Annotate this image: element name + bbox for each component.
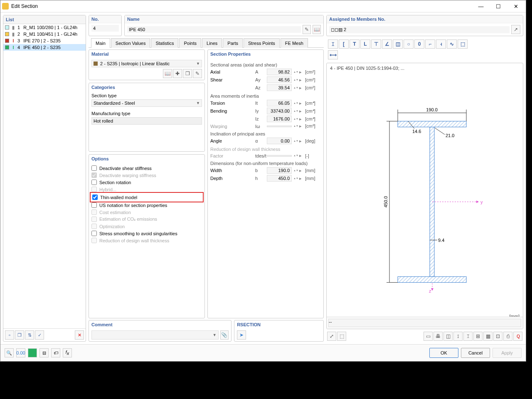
pv-tool-6[interactable]: ⟟	[453, 332, 463, 341]
list-item[interactable]: I 4IPE 450 | 2 - S235	[3, 44, 86, 51]
list-item[interactable]: ▮ 1R_M1 100/280 | 1 - GL24h	[3, 24, 86, 31]
tab-fe-mesh[interactable]: FE Mesh	[281, 38, 308, 48]
check-icon[interactable]: ✓	[35, 330, 44, 340]
tab-parts[interactable]: Parts	[223, 38, 243, 48]
color-icon[interactable]	[28, 348, 37, 357]
library-icon[interactable]: 📖	[313, 25, 321, 34]
prop-value[interactable]: 1676.00	[267, 116, 292, 122]
tabs: MainSection ValuesStatisticsPointsLinesP…	[89, 38, 324, 48]
pv-tool-reset[interactable]: Ｑ	[513, 332, 522, 341]
comment-input[interactable]: ▼	[91, 330, 219, 340]
material-copy-icon[interactable]: ❐	[183, 69, 192, 78]
app-icon	[2, 3, 9, 10]
list-item[interactable]: ▮ 2R_M1 100/451 | 1 - GL24h	[3, 31, 86, 37]
new-icon[interactable]: ▫	[5, 330, 14, 340]
pv-tool-9[interactable]: ▦	[483, 332, 493, 341]
option-us-notation-for-section-properties[interactable]: US notation for section properties	[91, 202, 202, 209]
shape-icon-4[interactable]: ⊤	[371, 39, 381, 49]
close-button[interactable]: ✕	[507, 1, 524, 12]
tab-stress-points[interactable]: Stress Points	[244, 38, 280, 48]
pv-tool-2[interactable]: ⬚	[337, 332, 346, 341]
minimize-button[interactable]: —	[473, 1, 489, 12]
pv-tool-3[interactable]: ▭	[424, 332, 433, 341]
apply-button[interactable]: Apply	[493, 348, 522, 358]
assigned-value[interactable]: ◻◻▨ 2	[329, 26, 510, 33]
material-select[interactable]: 2 - S235 | Isotropic | Linear Elastic ▼	[91, 60, 202, 67]
edit-section-window: Edit Section — ☐ ✕ List ▮ 1R_M1 100/280 …	[0, 0, 526, 362]
pv-tool-1[interactable]: ⤢	[327, 332, 336, 341]
fx-icon[interactable]: fx	[63, 348, 72, 357]
shape-icon-8[interactable]: 0	[414, 39, 424, 49]
prop-row: ShearAy 46.56 ▲▼▸[cm²]	[210, 76, 321, 83]
shape-icon-10[interactable]: ⫞	[436, 39, 446, 49]
prop-value[interactable]: 39.54	[267, 84, 292, 91]
option-stress-smoothing-to-avoid-singularities[interactable]: Stress smoothing to avoid singularities	[91, 230, 202, 237]
list-item[interactable]: I 3IPE 270 | 2 - S235	[3, 37, 86, 44]
prop-group: Dimensions (for non-uniform temperature …	[210, 161, 321, 166]
prop-value[interactable]: 190.0	[267, 167, 292, 174]
cancel-button[interactable]: Cancel	[461, 348, 490, 358]
comment-attach-icon[interactable]: 📎	[220, 330, 229, 340]
pv-tool-7[interactable]: 𝙸	[463, 332, 473, 341]
tag-icon[interactable]: 🏷	[51, 348, 60, 357]
pv-tool-5[interactable]: ◫	[443, 332, 453, 341]
tab-lines[interactable]: Lines	[202, 38, 222, 48]
material-edit-icon[interactable]: ✎	[193, 69, 202, 78]
help-icon[interactable]: 🔍	[5, 348, 14, 357]
option-section-rotation[interactable]: Section rotation	[91, 179, 202, 186]
svg-text:z: z	[429, 288, 431, 293]
pick-members-icon[interactable]: ↗	[511, 25, 520, 34]
preview-select[interactable]: --	[328, 319, 521, 327]
pv-tool-11[interactable]: ⎙	[503, 332, 512, 341]
shape-icon-2[interactable]: T	[350, 39, 360, 49]
maximize-button[interactable]: ☐	[490, 1, 507, 12]
pv-tool-10[interactable]: ⊡	[493, 332, 502, 341]
prop-value[interactable]: 33743.00	[267, 108, 292, 114]
name-input[interactable]	[127, 26, 301, 33]
shape-icon-3[interactable]: L	[360, 39, 370, 49]
tab-section-values[interactable]: Section Values	[111, 38, 150, 48]
shape-icon-9[interactable]: ⌐	[425, 39, 435, 49]
shape-icon-6[interactable]: ◫	[393, 39, 403, 49]
ok-button[interactable]: OK	[429, 348, 458, 358]
prop-row: AxialA 98.82 ▲▼▸[cm²]	[210, 69, 321, 75]
edit-name-icon[interactable]: ✎	[303, 25, 311, 34]
prop-value[interactable]: 98.82	[267, 69, 292, 75]
number-input[interactable]	[91, 25, 119, 32]
pv-tool-8[interactable]: ⊞	[473, 332, 483, 341]
section-list[interactable]: ▮ 1R_M1 100/280 | 1 - GL24h ▮ 2R_M1 100/…	[3, 24, 86, 328]
name-field: Name ✎ 📖	[124, 15, 324, 36]
material-new-icon[interactable]: ✚	[173, 69, 182, 78]
option-thin-walled-model[interactable]: Thin-walled model	[92, 194, 201, 201]
section-type-select[interactable]: Standardized - Steel▼	[91, 99, 202, 107]
tree-icon[interactable]: ⊟	[39, 348, 49, 357]
prop-value[interactable]: 66.05	[267, 100, 292, 106]
prop-value[interactable]: 46.56	[267, 76, 292, 83]
prop-row: Depthh 450.0 ▲▼▸[mm]	[210, 175, 321, 182]
prop-value[interactable]	[267, 155, 292, 157]
option-deactivate-shear-stiffness[interactable]: Deactivate shear stiffness	[91, 165, 202, 172]
categories-panel: Categories Section type Standardized - S…	[89, 83, 205, 152]
shape-icon-1[interactable]: [	[339, 39, 349, 49]
shape-icon-11[interactable]: ∿	[447, 39, 457, 49]
shape-icon-5[interactable]: ∠	[382, 39, 392, 49]
shape-icon-12[interactable]: ⬚	[458, 39, 468, 49]
delete-icon[interactable]: ✕	[75, 330, 84, 340]
section-preview-svg: 190.0 450.0 14.6 21.0 9.4	[358, 100, 491, 300]
prop-value[interactable]: 450.0	[267, 175, 292, 182]
shape-icon-7[interactable]: ○	[404, 39, 414, 49]
assigned-field: Assigned to Members No. ◻◻▨ 2 ↗	[326, 15, 523, 36]
shape-icon-0[interactable]: 𝙸	[328, 39, 338, 49]
prop-value[interactable]	[267, 126, 292, 127]
prop-value[interactable]: 0.00	[267, 138, 292, 144]
copy-icon[interactable]: ❐	[15, 330, 24, 340]
tab-main[interactable]: Main	[91, 38, 110, 48]
sort-icon[interactable]: ⇅	[25, 330, 34, 340]
tab-statistics[interactable]: Statistics	[151, 38, 178, 48]
material-lib-icon[interactable]: 📖	[163, 69, 172, 78]
pv-tool-4[interactable]: 🖶	[433, 332, 443, 341]
dim-toggle-icon[interactable]: ⟷	[328, 50, 338, 59]
rsection-icon[interactable]: ➤	[237, 330, 246, 340]
units-icon[interactable]: 0.00	[16, 348, 25, 357]
tab-points[interactable]: Points	[179, 38, 201, 48]
